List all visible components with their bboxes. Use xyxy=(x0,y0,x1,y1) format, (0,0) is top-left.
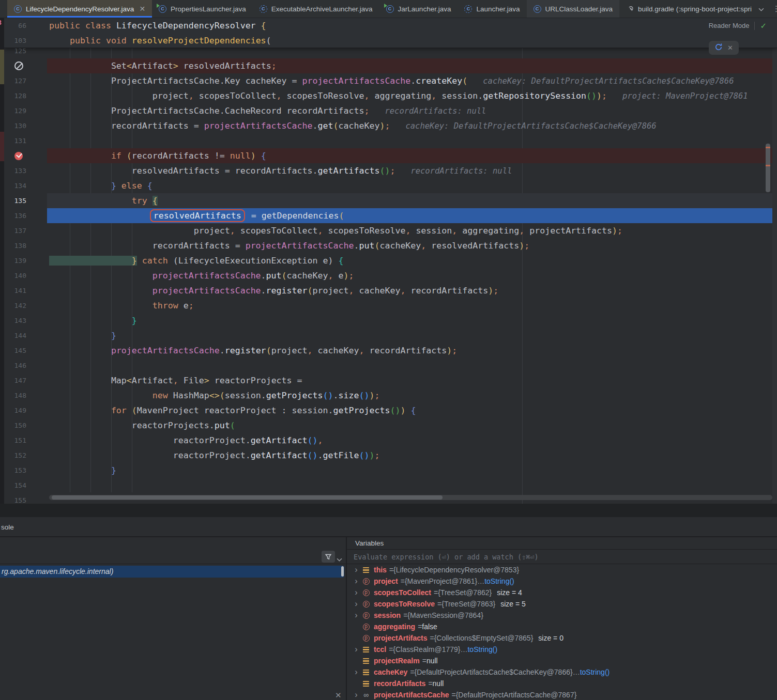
filter-button[interactable] xyxy=(322,551,335,563)
muted-breakpoint-icon[interactable] xyxy=(14,61,23,70)
line-number: 148 xyxy=(4,388,26,403)
line-number: 146 xyxy=(4,358,26,373)
variable-row[interactable]: ›this= {LifecycleDependencyResolver@7853… xyxy=(347,564,777,575)
line-number: 155 xyxy=(4,493,26,504)
tab-console[interactable]: sole xyxy=(1,517,14,537)
chevron-right-icon[interactable]: › xyxy=(352,689,360,700)
code-text: projectArtifactsCache.register(project, … xyxy=(49,343,457,358)
checkmark-icon[interactable]: ✓ xyxy=(760,21,767,30)
code-editor[interactable]: 125 Set<Artifact> resolvedArtifacts;127 … xyxy=(4,18,777,504)
code-line: 141 projectArtifactsCache.register(proje… xyxy=(4,283,777,298)
selected-stack-frame[interactable]: rg.apache.maven.lifecycle.internal) xyxy=(0,566,344,578)
editor-tab[interactable]: CJarLauncher.java xyxy=(379,0,458,18)
variable-row[interactable]: ›psession= {MavenSession@7864} xyxy=(347,610,777,621)
local-variable-icon xyxy=(361,567,371,573)
code-line: Set<Artifact> resolvedArtifacts; xyxy=(4,58,777,73)
breakpoint-icon[interactable] xyxy=(14,152,23,160)
class-icon: C xyxy=(534,5,542,13)
editor-tab[interactable]: CPropertiesLauncher.java xyxy=(152,0,253,18)
ellipsis: … xyxy=(573,668,580,676)
notification-badge: 3 xyxy=(0,19,2,26)
vertical-scrollbar-thumb[interactable] xyxy=(766,144,770,192)
code-text: } xyxy=(49,463,116,478)
reload-project-icon[interactable] xyxy=(714,43,723,53)
editor-tab[interactable]: build.gradle (:spring-boot-project:spri xyxy=(619,0,758,18)
code-text: Map<Artifact, File> reactorProjects = xyxy=(49,373,302,388)
parameter-icon: p xyxy=(361,589,371,596)
code-line: 154 xyxy=(4,478,777,493)
line-number: 137 xyxy=(4,223,26,238)
variable-row[interactable]: ›projectRealm= null xyxy=(347,655,777,666)
code-line: if (recordArtifacts != null) { xyxy=(4,148,777,163)
code-text: project, scopesToCollect, scopesToResolv… xyxy=(49,88,748,104)
chevron-right-icon[interactable]: › xyxy=(352,587,360,598)
variable-row[interactable]: ›pproject= {MavenProject@7861} … toStrin… xyxy=(347,575,777,587)
code-line: 129 ProjectArtifactsCache.CacheRecord re… xyxy=(4,103,777,118)
horizontal-scrollbar-thumb[interactable] xyxy=(52,495,443,500)
line-number: 129 xyxy=(4,103,26,118)
equals-sign: = xyxy=(389,645,393,654)
strip-red-segment xyxy=(0,132,4,161)
close-icon[interactable]: ✕ xyxy=(139,5,145,12)
tostring-link[interactable]: toString() xyxy=(467,645,497,654)
error-stripe-column xyxy=(772,18,777,504)
variable-row[interactable]: ›recordArtifacts= null xyxy=(347,678,777,689)
code-text: recordArtifacts = projectArtifactsCache.… xyxy=(49,238,529,253)
equals-sign: = xyxy=(422,657,426,665)
chevron-right-icon[interactable]: › xyxy=(352,644,360,655)
editor-tab[interactable]: CLifecycleDependencyResolver.java✕ xyxy=(7,0,152,18)
chevron-down-icon[interactable] xyxy=(758,4,764,13)
variable-row[interactable]: ›cacheKey= {DefaultProjectArtifactsCache… xyxy=(347,666,777,678)
more-vertical-icon[interactable]: ⋮ xyxy=(772,4,777,13)
variable-size: size = 0 xyxy=(538,634,563,642)
code-line: 147 Map<Artifact, File> reactorProjects … xyxy=(4,373,777,388)
run-overlay-icon xyxy=(384,4,387,8)
chevron-right-icon[interactable]: › xyxy=(352,598,360,610)
variable-row[interactable]: ›paggregating= false xyxy=(347,621,777,632)
line-number: 151 xyxy=(4,433,26,448)
chevron-down-icon[interactable] xyxy=(337,554,342,564)
line-number: 147 xyxy=(4,373,26,388)
code-line: 148 new HashMap<>(session.getProjects().… xyxy=(4,388,777,403)
frames-scrollbar-thumb[interactable] xyxy=(341,566,344,577)
editor-tab[interactable]: CLauncher.java xyxy=(458,0,526,18)
code-line: 135 try { xyxy=(4,193,777,208)
code-line: 139 } catch (LifecycleExecutionException… xyxy=(4,253,777,268)
reader-mode-label[interactable]: Reader Mode xyxy=(709,22,750,29)
variable-name: projectRealm xyxy=(374,657,420,665)
variable-row[interactable]: ›tccl= {ClassRealm@1779} … toString() xyxy=(347,644,777,655)
equals-sign: = xyxy=(428,679,432,688)
line-number: 141 xyxy=(4,283,26,298)
ellipsis: … xyxy=(460,645,467,654)
editor-tab[interactable]: CURLClassLoader.java xyxy=(527,0,620,18)
variable-name: recordArtifacts xyxy=(374,679,425,688)
horizontal-scrollbar[interactable] xyxy=(49,495,772,500)
variable-row[interactable]: ›∞projectArtifactsCache= {DefaultProject… xyxy=(347,689,777,700)
evaluate-expression-input[interactable]: Evaluate expression (⏎) or add a watch (… xyxy=(347,550,777,564)
chevron-right-icon[interactable]: › xyxy=(352,564,360,575)
chevron-right-icon[interactable]: › xyxy=(352,575,360,587)
variable-row[interactable]: ›pscopesToCollect= {TreeSet@7862}size = … xyxy=(347,587,777,598)
variable-name: session xyxy=(374,611,401,619)
tostring-link[interactable]: toString() xyxy=(580,668,610,676)
line-number: 149 xyxy=(4,403,26,418)
code-line: 131 xyxy=(4,133,777,148)
code-text: project, scopesToCollect, scopesToResolv… xyxy=(49,223,622,238)
frames-toolbar xyxy=(0,537,346,564)
line-number: 133 xyxy=(4,163,26,178)
code-text: reactorProject.getArtifact().getFile()); xyxy=(49,448,379,463)
reader-mode-widget[interactable]: Reader Mode ✓ xyxy=(709,18,767,33)
close-icon[interactable]: ✕ xyxy=(727,44,733,52)
local-variable-icon xyxy=(361,681,371,687)
chevron-right-icon[interactable]: › xyxy=(352,666,360,678)
editor-tab[interactable]: CExecutableArchiveLauncher.java xyxy=(253,0,379,18)
variable-row[interactable]: ›pscopesToResolve= {TreeSet@7863}size = … xyxy=(347,598,777,610)
tab-label: PropertiesLauncher.java xyxy=(171,5,246,13)
chevron-right-icon[interactable]: › xyxy=(352,610,360,621)
code-line: 150 reactorProjects.put( xyxy=(4,418,777,433)
tostring-link[interactable]: toString() xyxy=(484,577,514,585)
variable-value: {MavenSession@7864} xyxy=(407,611,483,619)
close-icon[interactable]: ✕ xyxy=(335,691,342,700)
equals-sign: = xyxy=(434,588,438,597)
variable-row[interactable]: ›pprojectArtifacts= {Collections$EmptySe… xyxy=(347,632,777,644)
